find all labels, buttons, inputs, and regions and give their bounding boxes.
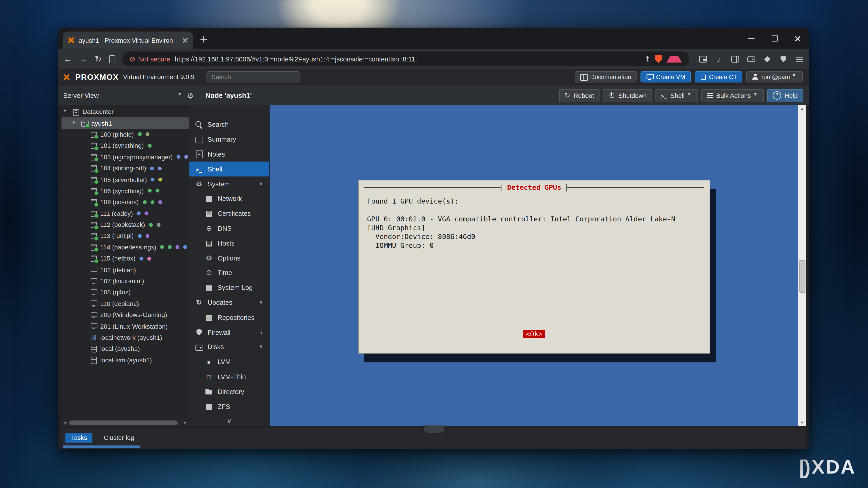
tree-item[interactable]: 113 (runtipi) xyxy=(61,230,189,242)
tree-item[interactable]: 108 (q4os) xyxy=(61,287,189,298)
user-menu-button[interactable]: root@pam xyxy=(746,71,803,83)
picture-in-picture-icon[interactable] xyxy=(699,55,708,63)
security-status[interactable]: ⊘ Not secure xyxy=(129,55,170,63)
tree-item[interactable]: 105 (silverbullet) xyxy=(61,174,189,185)
scrollbar-thumb[interactable] xyxy=(69,420,178,425)
node-menu-item[interactable]: LVM-Thin xyxy=(189,369,269,384)
create-ct-button[interactable]: Create CT xyxy=(694,71,743,83)
url-text[interactable]: https://192.168.1.97:8006/#v1:0:=node%2F… xyxy=(175,55,640,63)
tree-item[interactable]: local (ayush1) xyxy=(61,343,189,355)
split-view-icon[interactable] xyxy=(731,55,740,63)
tab-close-icon[interactable] xyxy=(182,37,188,43)
footer-tab[interactable]: Cluster log xyxy=(98,433,140,442)
browser-tab[interactable]: ayush1 - Proxmox Virtual Environ xyxy=(63,32,193,49)
media-icon[interactable] xyxy=(715,55,723,63)
close-button[interactable] xyxy=(786,28,809,48)
tree-item[interactable]: 112 (bookstack) xyxy=(61,219,189,230)
scroll-right-icon[interactable] xyxy=(182,419,189,426)
tree-horizontal-scrollbar[interactable] xyxy=(61,419,189,426)
scroll-up-icon[interactable] xyxy=(798,105,806,112)
tree-item[interactable]: 114 (paperless-ngx) xyxy=(61,241,189,253)
node-menu-item[interactable]: Options xyxy=(189,251,269,266)
tree-item[interactable]: 110 (debian2) xyxy=(61,298,189,309)
node-menu-item[interactable]: System Log xyxy=(189,281,269,295)
node-menu-item[interactable]: ZFS xyxy=(189,399,269,414)
node-menu-item[interactable]: Updates xyxy=(189,295,269,310)
tree-item[interactable]: 100 (pihole) xyxy=(61,129,189,140)
bookmark-icon[interactable] xyxy=(109,55,115,63)
reboot-button[interactable]: Reboot xyxy=(559,89,599,102)
leo-ai-icon[interactable] xyxy=(763,55,772,63)
back-button[interactable]: ← xyxy=(64,55,72,63)
brave-rewards-icon[interactable] xyxy=(666,56,682,62)
footer-scrollbar-thumb[interactable] xyxy=(63,445,140,448)
tree-item[interactable]: Datacenter xyxy=(61,106,189,118)
chevron-down-icon[interactable] xyxy=(259,181,265,187)
node-menu-item[interactable]: Repositories xyxy=(189,310,269,325)
tree-item[interactable]: 107 (linux-mint) xyxy=(61,275,189,287)
node-menu-item[interactable]: Certificates xyxy=(189,206,269,221)
maximize-button[interactable] xyxy=(763,28,786,48)
chevron-down-icon[interactable] xyxy=(259,299,265,306)
scrollbar-thumb[interactable] xyxy=(799,260,805,293)
menu-more-chevron-icon[interactable] xyxy=(189,416,269,425)
tree-item[interactable]: local-lvm (ayush1) xyxy=(61,355,189,366)
view-selector[interactable]: Server View xyxy=(58,85,199,106)
tree-item[interactable]: 103 (nginxproxymanager) xyxy=(61,151,189,163)
tree-settings-gear-icon[interactable] xyxy=(187,90,194,100)
wallet-icon[interactable] xyxy=(747,55,756,63)
node-menu-item[interactable]: Disks xyxy=(189,340,269,355)
node-menu-item[interactable]: Summary xyxy=(189,132,269,147)
tree-item[interactable]: localnetwork (ayush1) xyxy=(61,332,189,343)
scroll-down-icon[interactable] xyxy=(798,419,806,426)
node-menu-item[interactable]: Search xyxy=(189,117,269,132)
reload-button[interactable]: ↻ xyxy=(95,55,102,63)
shell-terminal[interactable]: Detected GPUs Found 1 GPU device(s): GPU… xyxy=(270,105,806,426)
tree-item[interactable]: 111 (caddy) xyxy=(61,208,189,219)
tree-item[interactable]: 106 (syncthing) xyxy=(61,185,189,197)
help-button[interactable]: Help xyxy=(767,89,803,102)
console-toolbar-handle[interactable] xyxy=(423,425,444,433)
footer-tab[interactable]: Tasks xyxy=(65,433,93,442)
tree-item[interactable]: ayush1 xyxy=(61,118,189,129)
node-menu-item[interactable]: Notes xyxy=(189,147,269,162)
tree-item[interactable]: 102 (debian) xyxy=(61,264,189,275)
node-menu-item[interactable]: Firewall xyxy=(189,325,269,340)
chevron-right-icon[interactable] xyxy=(259,329,265,335)
tree-item[interactable]: 104 (stirling-pdf) xyxy=(61,163,189,174)
scroll-left-icon[interactable] xyxy=(61,419,68,426)
brave-shields-icon[interactable] xyxy=(655,55,662,63)
shutdown-button[interactable]: Shutdown xyxy=(603,89,652,102)
expand-caret-icon[interactable] xyxy=(72,121,78,126)
node-menu-item[interactable]: Network xyxy=(189,191,269,206)
forward-button[interactable]: → xyxy=(79,55,88,63)
chevron-down-icon[interactable] xyxy=(259,344,265,350)
tree-item[interactable]: 201 (Linux-Workstation) xyxy=(61,321,189,332)
global-search-input[interactable] xyxy=(207,71,300,83)
minimize-button[interactable] xyxy=(740,28,763,48)
new-tab-button[interactable] xyxy=(196,32,211,46)
node-menu-item[interactable]: Time xyxy=(189,265,269,281)
node-menu-item[interactable]: Hosts xyxy=(189,236,269,251)
scrollbar-track[interactable] xyxy=(68,419,182,426)
share-icon[interactable]: ↥ xyxy=(645,55,651,63)
shell-button[interactable]: Shell xyxy=(655,89,698,102)
node-menu-item[interactable]: DNS xyxy=(189,221,269,236)
address-bar[interactable]: ⊘ Not secure https://192.168.1.97:8006/#… xyxy=(122,52,689,66)
vpn-icon[interactable] xyxy=(779,55,788,63)
node-menu-item[interactable]: System xyxy=(189,177,269,192)
tree-item[interactable]: 109 (cosmos) xyxy=(61,197,189,208)
expand-caret-icon[interactable] xyxy=(64,109,69,115)
create-vm-button[interactable]: Create VM xyxy=(641,71,691,83)
node-menu-item[interactable]: Directory xyxy=(189,384,269,399)
tree-item[interactable]: 101 (syncthing) xyxy=(61,140,189,151)
documentation-button[interactable]: Documentation xyxy=(575,71,637,83)
node-menu-item[interactable]: Shell xyxy=(189,162,269,177)
tree-item[interactable]: 200 (Windows-Gaming) xyxy=(61,309,189,321)
terminal-scrollbar[interactable] xyxy=(798,105,806,426)
tree-item[interactable]: 115 (netbox) xyxy=(61,253,189,264)
dialog-ok-button[interactable]: <Ok> xyxy=(523,330,545,338)
menu-icon[interactable] xyxy=(795,55,804,63)
bulk-actions-button[interactable]: Bulk Actions xyxy=(701,89,764,102)
node-menu-item[interactable]: LVM xyxy=(189,355,269,369)
